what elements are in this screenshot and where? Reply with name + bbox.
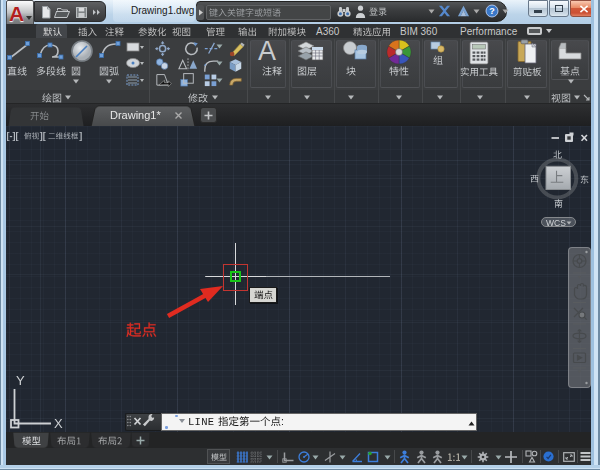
svg-text:X: X (54, 416, 63, 430)
svg-text:Y: Y (16, 373, 25, 388)
svg-text:?: ? (489, 6, 495, 16)
